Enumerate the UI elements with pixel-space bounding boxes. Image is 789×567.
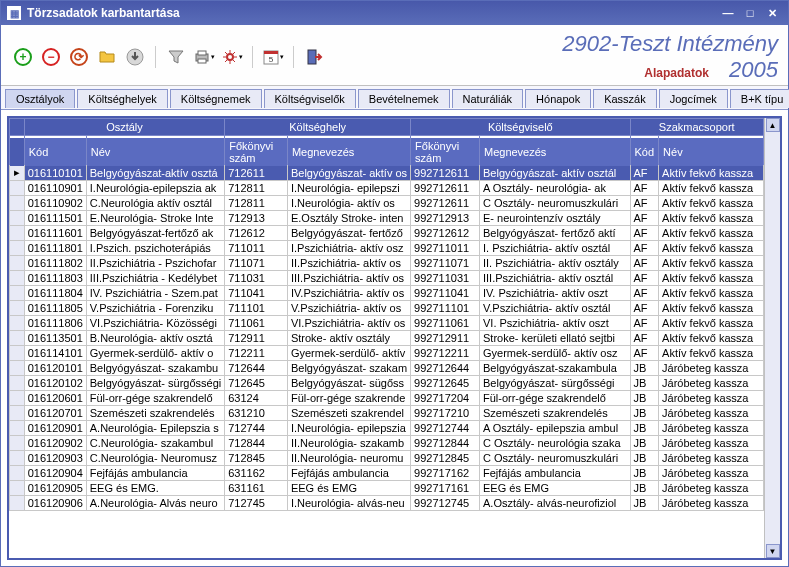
cell[interactable]: Belgyógyászat- fertőző [287, 226, 410, 241]
cell[interactable]: 992711061 [411, 316, 480, 331]
cell[interactable]: III.Pszichiátria- aktív osztál [479, 271, 630, 286]
cell[interactable]: 016120902 [24, 436, 86, 451]
table-row[interactable]: 016120903C.Neurológia- Neuromusz712845II… [10, 451, 764, 466]
scroll-down-button[interactable]: ▼ [766, 544, 780, 558]
cell[interactable]: Aktív fekvő kassza [659, 211, 764, 226]
cell[interactable]: 016120102 [24, 376, 86, 391]
cell[interactable]: C.Neurológia- Neuromusz [86, 451, 224, 466]
table-row[interactable]: 016120701Szemészeti szakrendelés631210Sz… [10, 406, 764, 421]
scroll-up-button[interactable]: ▲ [766, 118, 780, 132]
row-indicator[interactable] [10, 481, 25, 496]
cell[interactable]: 992711031 [411, 271, 480, 286]
row-indicator[interactable] [10, 286, 25, 301]
cell[interactable]: C.Neurológia aktív osztál [86, 196, 224, 211]
cell[interactable]: I.Neurológia-epilepszia ak [86, 181, 224, 196]
cell[interactable]: Belgyógyászat- szakam [287, 361, 410, 376]
cell[interactable]: 712811 [225, 181, 288, 196]
cell[interactable]: AF [630, 181, 659, 196]
exit-button[interactable] [302, 45, 326, 69]
add-button[interactable]: + [11, 45, 35, 69]
cell[interactable]: 631161 [225, 481, 288, 496]
cell[interactable]: Aktív fekvő kassza [659, 346, 764, 361]
cell[interactable]: JB [630, 451, 659, 466]
cell[interactable]: Járóbeteg kassza [659, 466, 764, 481]
cell[interactable]: 016120903 [24, 451, 86, 466]
cell[interactable]: 016113501 [24, 331, 86, 346]
cell[interactable]: 992711071 [411, 256, 480, 271]
cell[interactable]: Szemészeti szakrendelés [86, 406, 224, 421]
col-kod-2[interactable]: Kód [630, 137, 659, 166]
cell[interactable]: 992712612 [411, 226, 480, 241]
cell[interactable]: JB [630, 481, 659, 496]
group-header-koltseghely[interactable]: Költséghely [225, 119, 411, 136]
col-megnevezes-1[interactable]: Megnevezés [287, 137, 410, 166]
cell[interactable]: AF [630, 331, 659, 346]
cell[interactable]: 992712744 [411, 421, 480, 436]
cell[interactable]: V.Pszichiátria - Forenziku [86, 301, 224, 316]
cell[interactable]: AF [630, 301, 659, 316]
cell[interactable]: 016111601 [24, 226, 86, 241]
cell[interactable]: Stroke- kerületi ellató sejtbi [479, 331, 630, 346]
cell[interactable]: Járóbeteg kassza [659, 406, 764, 421]
col-fokonyvi-2[interactable]: Főkönyvi szám [411, 137, 480, 166]
table-row[interactable]: 016113501B.Neurológia- aktív osztá712911… [10, 331, 764, 346]
cell[interactable]: AF [630, 211, 659, 226]
table-row[interactable]: 016111803III.Pszichiátria - Kedélybet711… [10, 271, 764, 286]
cell[interactable]: AF [630, 226, 659, 241]
cell[interactable]: 992711011 [411, 241, 480, 256]
row-indicator[interactable] [10, 271, 25, 286]
cell[interactable]: 016110101 [24, 165, 86, 181]
cell[interactable]: Járóbeteg kassza [659, 496, 764, 511]
cell[interactable]: Járóbeteg kassza [659, 421, 764, 436]
row-indicator[interactable] [10, 256, 25, 271]
table-row[interactable]: 016120601Fül-orr-gége szakrendelő63124Fü… [10, 391, 764, 406]
cell[interactable]: Fül-orr-gége szakrendelő [479, 391, 630, 406]
cell[interactable]: 712611 [225, 165, 288, 181]
cell[interactable]: 63124 [225, 391, 288, 406]
tab-b-k-t-pu[interactable]: B+K típu [730, 89, 789, 108]
cell[interactable]: Fejfájás ambulancia [86, 466, 224, 481]
cell[interactable]: Fül-orr-gége szakrende [287, 391, 410, 406]
row-indicator[interactable] [10, 301, 25, 316]
cell[interactable]: 016120901 [24, 421, 86, 436]
cell[interactable]: Gyermek-serdülő- aktív o [86, 346, 224, 361]
row-indicator[interactable] [10, 241, 25, 256]
cell[interactable]: II.Pszichiátria- aktív os [287, 256, 410, 271]
table-row[interactable]: 016120904Fejfájás ambulancia631162Fejfáj… [10, 466, 764, 481]
cell[interactable]: Aktív fekvő kassza [659, 271, 764, 286]
row-indicator[interactable] [10, 181, 25, 196]
cell[interactable]: 711071 [225, 256, 288, 271]
open-button[interactable] [95, 45, 119, 69]
cell[interactable]: AF [630, 316, 659, 331]
cell[interactable]: 016120905 [24, 481, 86, 496]
row-indicator[interactable] [10, 376, 25, 391]
row-indicator[interactable] [10, 331, 25, 346]
cell[interactable]: A Osztály- epilepszia ambul [479, 421, 630, 436]
cell[interactable]: 016120601 [24, 391, 86, 406]
close-button[interactable]: ✕ [762, 5, 782, 21]
cell[interactable]: V.Pszichiátria- aktív os [287, 301, 410, 316]
table-row[interactable]: 016110902C.Neurológia aktív osztál712811… [10, 196, 764, 211]
calendar-button[interactable]: 5 ▾ [261, 45, 285, 69]
cell[interactable]: C Osztály- neurológia szaka [479, 436, 630, 451]
cell[interactable]: 711011 [225, 241, 288, 256]
cell[interactable]: EEG és EMG. [86, 481, 224, 496]
cell[interactable]: Belgyógyászat-aktív osztá [86, 165, 224, 181]
cell[interactable]: JB [630, 391, 659, 406]
cell[interactable]: 016110902 [24, 196, 86, 211]
cell[interactable]: 992712645 [411, 376, 480, 391]
cell[interactable]: Belgyógyászat- szakambu [86, 361, 224, 376]
cell[interactable]: 712612 [225, 226, 288, 241]
cell[interactable]: 016120904 [24, 466, 86, 481]
row-indicator[interactable] [10, 421, 25, 436]
maximize-button[interactable]: □ [740, 5, 760, 21]
cell[interactable]: Járóbeteg kassza [659, 436, 764, 451]
cell[interactable]: 016111805 [24, 301, 86, 316]
cell[interactable]: 992712611 [411, 196, 480, 211]
cell[interactable]: Aktív fekvő kassza [659, 241, 764, 256]
cell[interactable]: II.Pszichiátria - Pszichofar [86, 256, 224, 271]
cell[interactable]: AF [630, 286, 659, 301]
cell[interactable]: 712911 [225, 331, 288, 346]
table-row[interactable]: 016120906A.Neurológia- Alvás neuro712745… [10, 496, 764, 511]
cell[interactable]: A.Neurológia- Alvás neuro [86, 496, 224, 511]
